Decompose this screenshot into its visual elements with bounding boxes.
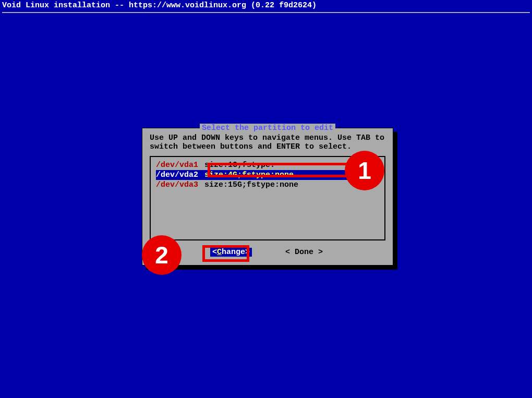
partition-device: /dev/vda1 xyxy=(156,161,198,170)
partition-device: /dev/vda3 xyxy=(156,180,198,189)
partition-desc: size:1G;fstype: xyxy=(204,161,275,170)
dialog-button-row: <Change> < Done > xyxy=(142,240,393,265)
list-item[interactable]: /dev/vda1 size:1G;fstype: xyxy=(156,160,379,170)
instructions-line: switch between buttons and ENTER to sele… xyxy=(150,142,385,151)
partition-dialog: Select the partition to edit Use UP and … xyxy=(142,128,393,266)
installer-title: Void Linux installation -- https://www.v… xyxy=(2,1,317,10)
installer-header: Void Linux installation -- https://www.v… xyxy=(0,0,532,11)
partition-listbox[interactable]: /dev/vda1 size:1G;fstype: /dev/vda2 size… xyxy=(150,156,385,240)
partition-device: /dev/vda2 xyxy=(156,171,198,179)
dialog-title: Select the partition to edit xyxy=(200,124,335,132)
instructions-line: Use UP and DOWN keys to navigate menus. … xyxy=(150,134,385,142)
list-item[interactable]: /dev/vda3 size:15G;fstype:none xyxy=(156,180,379,190)
header-divider xyxy=(2,12,530,13)
change-rest: hange xyxy=(222,248,245,257)
partition-desc: size:4G;fstype:none xyxy=(204,171,294,179)
partition-desc: size:15G;fstype:none xyxy=(204,180,298,189)
done-button[interactable]: < Done > xyxy=(283,248,325,257)
list-item-selected[interactable]: /dev/vda2 size:4G;fstype:none xyxy=(156,170,379,180)
change-button[interactable]: <Change> xyxy=(210,248,252,257)
change-hotkey: C xyxy=(217,248,222,257)
